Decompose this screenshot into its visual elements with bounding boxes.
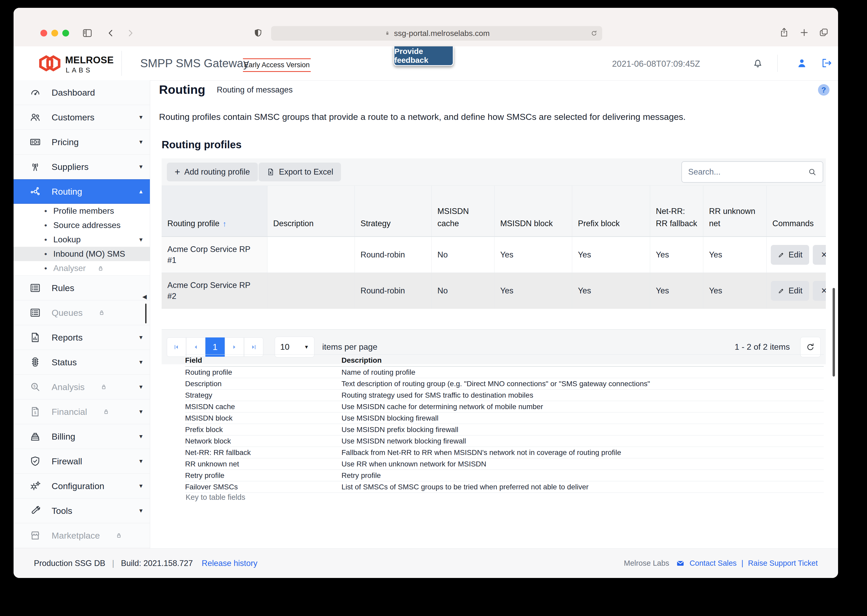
lock-icon [384,30,391,37]
help-icon[interactable]: ? [818,84,829,96]
sidebar-item-pricing[interactable]: Pricing ▼ [14,130,150,154]
sidebar-toggle-icon[interactable] [82,27,93,39]
minimize-window-button[interactable] [51,30,58,36]
sidebar-scrollbar-thumb[interactable] [145,303,146,324]
field-key-row: RR unknown netUse RR when unknown networ… [185,458,824,470]
sidebar-item-financial[interactable]: $ Financial ▼ [14,399,150,424]
search-input[interactable] [688,167,807,177]
sidebar-subitem-analyser[interactable]: • Analyser [14,261,150,275]
lock-icon [97,308,106,317]
sidebar-item-rules[interactable]: Rules [14,275,150,300]
app-title: SMPP SMS Gateway [140,57,249,70]
contact-sales-link[interactable]: Contact Sales [689,559,736,567]
notifications-bell-icon[interactable] [752,57,764,69]
column-header-routing-profile[interactable]: Routing profile↑ [162,186,267,237]
previous-page-button[interactable] [186,338,205,357]
raise-support-ticket-link[interactable]: Raise Support Ticket [748,559,818,567]
field-key-row: Network blockUse MSISDN network blocking… [185,435,824,447]
table-cell: No [432,273,494,309]
field-key-row: MSISDN cacheUse MSISDN cache for determi… [185,401,824,412]
sidebar-nav: Dashboard Customers ▼ Pricing ▼ Supplier… [14,80,150,548]
report-document-icon [29,332,41,343]
chevron-down-icon: ▼ [138,483,144,489]
logout-icon[interactable] [821,57,832,69]
sidebar-item-dashboard[interactable]: Dashboard [14,80,150,105]
chevron-down-icon: ▼ [138,139,144,145]
reload-icon[interactable] [590,30,598,37]
browser-toolbar: ssg-portal.melroselabs.com [14,8,838,47]
delete-button[interactable]: × [813,281,826,301]
column-header-msisdn-cache[interactable]: MSISDN cache [432,186,494,237]
chevron-down-icon: ▼ [138,114,144,120]
chevron-down-icon: ▼ [138,359,144,365]
new-tab-icon[interactable] [799,27,809,38]
sidebar-item-label: Billing [52,432,76,442]
sidebar-item-marketplace[interactable]: Marketplace [14,523,150,548]
sidebar-item-analysis[interactable]: $ Analysis ▼ [14,375,150,399]
gears-icon [29,480,41,492]
column-header-rr-unknown-net[interactable]: RR unknown net [703,186,767,237]
sort-ascending-icon: ↑ [223,218,227,230]
column-header-prefix-block[interactable]: Prefix block [572,186,650,237]
field-key-row: Net-RR: RR fallbackFallback from Net-RR … [185,447,824,458]
column-header-msisdn-block[interactable]: MSISDN block [494,186,572,237]
list-icon [29,282,41,294]
table-cell: Round-robin [355,237,432,273]
page-number-button[interactable]: 1 [205,338,225,357]
svg-text:$: $ [33,384,35,388]
network-icon [29,185,41,198]
sidebar-item-firewall[interactable]: Firewall ▼ [14,449,150,474]
forward-icon[interactable] [125,28,135,38]
field-key-row: DescriptionText description of routing g… [185,378,824,390]
add-routing-profile-button[interactable]: + Add routing profile [167,163,258,181]
delete-button[interactable]: × [813,245,826,265]
sidebar-subitem-label: Lookup [53,235,81,244]
sidebar-item-suppliers[interactable]: Suppliers ▼ [14,154,150,179]
column-header-net-rr-fallback[interactable]: Net-RR: RR fallback [650,186,703,237]
column-header-description[interactable]: Description [267,186,355,237]
invoice-icon: $ [29,406,41,418]
sidebar-item-label: Marketplace [52,531,100,541]
user-account-icon[interactable] [796,57,807,69]
melrose-labs-logo[interactable] [38,51,62,75]
privacy-shield-icon[interactable] [253,28,263,38]
edit-button[interactable]: Edit [771,281,809,301]
sidebar-subitem-source-addresses[interactable]: • Source addresses [14,218,150,233]
provide-feedback-button[interactable]: Provide feedback [393,46,453,66]
edit-button[interactable]: Edit [771,245,809,265]
address-bar[interactable]: ssg-portal.melroselabs.com [271,26,602,41]
sidebar-item-tools[interactable]: Tools ▼ [14,498,150,523]
last-page-button[interactable] [244,338,263,357]
sidebar-item-label: Routing [52,187,82,197]
search-icon[interactable] [807,167,817,177]
sidebar-subitem-inbound-mo-sms[interactable]: • Inbound (MO) SMS [14,247,150,261]
banknote-icon [29,136,41,148]
sidebar-item-routing[interactable]: Routing ▲ [14,179,150,204]
back-icon[interactable] [106,28,116,38]
sidebar-item-label: Pricing [52,137,79,147]
sidebar-item-billing[interactable]: Billing ▼ [14,424,150,449]
table-cell [267,237,355,273]
sidebar-subitem-profile-members[interactable]: • Profile members [14,204,150,218]
sidebar-item-reports[interactable]: Reports ▼ [14,325,150,350]
release-history-link[interactable]: Release history [202,559,258,568]
first-page-button[interactable] [167,338,186,357]
refresh-button[interactable] [800,337,821,357]
sidebar-item-status[interactable]: Status ▼ [14,350,150,375]
sidebar-subitem-lookup[interactable]: • Lookup ▼ [14,233,150,247]
sidebar-item-queues[interactable]: Queues [14,300,150,325]
zoom-window-button[interactable] [62,30,69,36]
sidebar-item-configuration[interactable]: Configuration ▼ [14,474,150,498]
next-page-button[interactable] [225,338,244,357]
export-to-excel-button[interactable]: Export to Excel [259,163,341,181]
share-icon[interactable] [779,27,790,38]
close-window-button[interactable] [40,30,47,36]
app-footer: Production SSG DB | Build: 2021.158.727 … [14,548,838,578]
tab-overview-icon[interactable] [818,27,829,38]
page-scrollbar-thumb[interactable] [832,288,835,377]
list-icon [29,307,41,319]
sidebar-collapse-icon[interactable]: ◀ [142,294,147,300]
plus-icon: + [175,167,180,177]
sidebar-item-customers[interactable]: Customers ▼ [14,105,150,130]
column-header-strategy[interactable]: Strategy [355,186,432,237]
